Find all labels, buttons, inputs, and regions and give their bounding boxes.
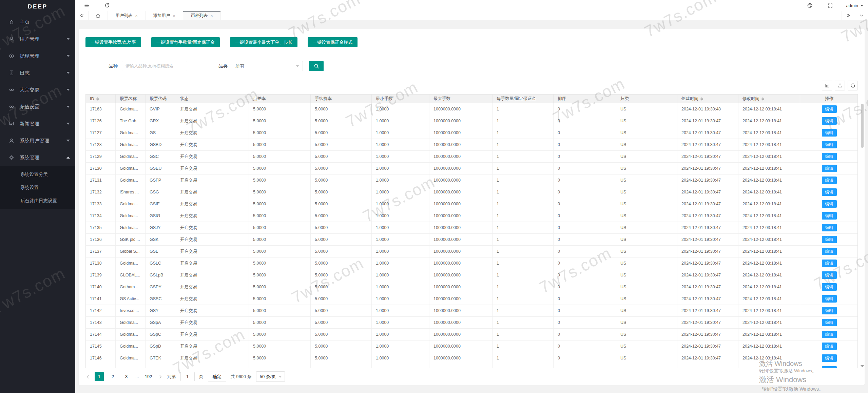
table-cell: 17131 xyxy=(86,174,116,186)
sidebar-subitem[interactable]: 后台路由日志设置 xyxy=(0,194,75,207)
edit-button[interactable]: 编辑 xyxy=(822,260,837,267)
table-cell: 2024-12-01 19:30:47 xyxy=(677,210,738,222)
sidebar-item[interactable]: 用户管理 xyxy=(0,30,75,47)
column-header[interactable]: 修改时间 xyxy=(738,95,800,103)
sidebar-item[interactable]: 系统用户管理 xyxy=(0,132,75,149)
edit-button[interactable]: 编辑 xyxy=(822,200,837,208)
page-number-1[interactable]: 1 xyxy=(95,372,104,381)
theme-palette-icon[interactable] xyxy=(803,0,816,11)
close-icon[interactable]: × xyxy=(135,14,138,18)
page-number-192[interactable]: 192 xyxy=(143,372,154,381)
edit-button[interactable]: 编辑 xyxy=(822,153,837,160)
bulk-set-button[interactable]: 一键设置手续费/点差率 xyxy=(85,37,141,47)
table-cell: US xyxy=(616,174,677,186)
edit-button[interactable]: 编辑 xyxy=(822,248,837,255)
sidebar-subitem[interactable]: 系统设置分类 xyxy=(0,168,75,181)
sidebar-item[interactable]: 大宗交易 xyxy=(0,81,75,98)
sort-icon[interactable] xyxy=(700,97,703,101)
edit-button[interactable]: 编辑 xyxy=(822,319,837,326)
table-cell: 5.0000 xyxy=(311,139,372,150)
category-select[interactable]: 所有 xyxy=(232,61,303,71)
tab-用户列表[interactable]: 用户列表× xyxy=(108,11,146,20)
sidebar-item[interactable]: 提现管理 xyxy=(0,47,75,64)
bulk-set-button[interactable]: 一键设置每手数量/固定保证金 xyxy=(151,37,220,47)
tabs-scroll-right-button[interactable] xyxy=(842,11,855,20)
edit-button[interactable]: 编辑 xyxy=(822,271,837,279)
scrollbar-down-icon[interactable] xyxy=(860,365,864,367)
table-cell: 1 xyxy=(493,210,554,222)
edit-button[interactable]: 编辑 xyxy=(822,236,837,243)
next-page-icon[interactable] xyxy=(158,374,163,379)
sidebar-item[interactable]: 充值设置 xyxy=(0,98,75,115)
edit-button[interactable]: 编辑 xyxy=(822,343,837,350)
bulk-set-button[interactable]: 一键设置保证金模式 xyxy=(308,37,358,47)
sidebar-item[interactable]: 日志 xyxy=(0,64,75,81)
goto-page-input[interactable] xyxy=(180,372,195,381)
edit-button[interactable]: 编辑 xyxy=(822,354,837,362)
edit-button[interactable]: 编辑 xyxy=(822,129,837,137)
edit-button[interactable]: 编辑 xyxy=(822,188,837,196)
edit-button[interactable]: 编辑 xyxy=(822,331,837,338)
edit-button[interactable]: 编辑 xyxy=(822,141,837,148)
sidebar-subitem[interactable]: 系统设置 xyxy=(0,181,75,194)
columns-filter-icon[interactable] xyxy=(822,81,832,90)
bulk-set-button[interactable]: 一键设置最小最大下单、步长 xyxy=(230,37,297,47)
variety-input[interactable] xyxy=(122,61,187,71)
table-cell: 0 xyxy=(554,163,616,174)
page-number-3[interactable]: 3 xyxy=(122,372,131,381)
sort-icon[interactable] xyxy=(761,97,764,101)
table-cell: 5.0000 xyxy=(249,329,311,340)
table-cell: 2024-12-01 19:30:47 xyxy=(677,329,738,340)
refresh-icon[interactable] xyxy=(100,0,114,11)
fullscreen-icon[interactable] xyxy=(823,0,837,11)
table-tools xyxy=(822,81,858,90)
admin-dropdown[interactable]: admin xyxy=(846,0,863,11)
tabs-scroll-left-button[interactable] xyxy=(75,11,89,20)
edit-button[interactable]: 编辑 xyxy=(822,165,837,172)
close-icon[interactable]: × xyxy=(173,14,175,18)
column-header-label: 最小手数 xyxy=(376,96,393,102)
edit-button[interactable]: 编辑 xyxy=(822,295,837,303)
goto-confirm-button[interactable]: 确定 xyxy=(208,372,226,381)
sidebar-item[interactable]: 新闻管理 xyxy=(0,115,75,132)
tabs-menu-button[interactable] xyxy=(855,11,868,20)
edit-button[interactable]: 编辑 xyxy=(822,105,837,113)
sidebar-item-label: 日志 xyxy=(20,70,30,76)
prev-page-icon[interactable] xyxy=(85,374,90,379)
column-header: 手续费率 xyxy=(311,95,372,103)
search-button[interactable] xyxy=(309,61,324,71)
table-cell: 1 xyxy=(493,222,554,233)
sidebar-item[interactable]: 主页 xyxy=(0,14,75,30)
close-icon[interactable]: × xyxy=(210,14,213,18)
hamburger-icon[interactable] xyxy=(80,0,94,11)
export-icon[interactable] xyxy=(835,81,845,90)
scrollbar-thumb[interactable] xyxy=(861,104,864,148)
edit-button[interactable]: 编辑 xyxy=(822,177,837,184)
edit-button[interactable]: 编辑 xyxy=(822,117,837,125)
column-header[interactable]: 创建时间 xyxy=(677,95,738,103)
table-cell: Invesco ... xyxy=(116,305,146,316)
table-row: 17144Goldma...GSpC开启交易5.00005.00001.0000… xyxy=(86,329,857,340)
table-cell: 5.0000 xyxy=(249,257,311,269)
column-header[interactable]: ID xyxy=(86,95,116,103)
table-scrollbar[interactable] xyxy=(861,95,864,366)
table-cell: 0 xyxy=(554,329,616,340)
print-icon[interactable] xyxy=(848,81,858,90)
table-cell: 2024-12-01 19:30:47 xyxy=(677,352,738,364)
table-cell: 0 xyxy=(554,352,616,364)
page-number-2[interactable]: 2 xyxy=(108,372,117,381)
column-header-label: 归类 xyxy=(620,96,629,102)
table-cell: GSIE xyxy=(146,198,176,210)
tab-添加用户[interactable]: 添加用户× xyxy=(146,11,183,20)
per-page-select[interactable]: 50 条/页 xyxy=(256,371,285,382)
edit-button[interactable]: 编辑 xyxy=(822,212,837,220)
table-cell: GRX xyxy=(146,115,176,127)
table-cell: 1000000.0000 xyxy=(429,305,493,316)
edit-button[interactable]: 编辑 xyxy=(822,307,837,314)
sidebar-item[interactable]: 系统管理 xyxy=(0,149,75,166)
edit-button[interactable]: 编辑 xyxy=(822,224,837,231)
tab-币种列表[interactable]: 币种列表× xyxy=(183,11,221,20)
sort-icon[interactable] xyxy=(96,97,99,101)
edit-button[interactable]: 编辑 xyxy=(822,283,837,291)
tab-home[interactable] xyxy=(89,11,108,20)
